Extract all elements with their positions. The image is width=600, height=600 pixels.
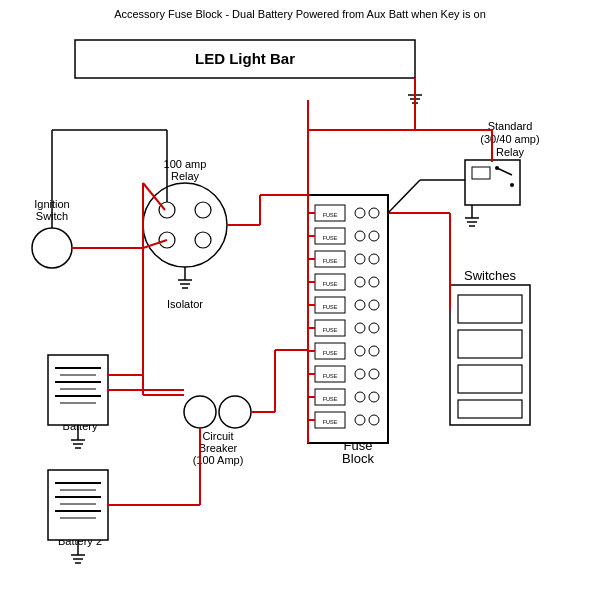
svg-point-58 [355,254,365,264]
svg-point-22 [32,228,72,268]
svg-point-66 [355,300,365,310]
svg-rect-91 [458,365,522,393]
svg-point-17 [195,232,211,248]
isolator-label: Isolator [167,298,203,310]
svg-point-67 [369,300,379,310]
svg-point-8 [510,183,514,187]
svg-rect-89 [458,295,522,323]
svg-point-7 [495,166,499,170]
svg-point-51 [369,208,379,218]
svg-point-86 [355,415,365,425]
svg-point-15 [195,202,211,218]
relay-100amp-label2: Relay [171,170,200,182]
svg-rect-92 [458,400,522,418]
svg-point-55 [369,231,379,241]
standard-relay-label: Standard [488,120,533,132]
svg-point-54 [355,231,365,241]
svg-text:FUSE: FUSE [323,304,338,310]
diagram-canvas: Accessory Fuse Block - Dual Battery Powe… [0,0,600,600]
led-light-bar-label: LED Light Bar [195,50,295,67]
svg-point-62 [355,277,365,287]
svg-text:FUSE: FUSE [323,419,338,425]
svg-rect-5 [472,167,490,179]
fuse-block-label2: Block [342,451,374,466]
svg-text:FUSE: FUSE [323,396,338,402]
svg-point-63 [369,277,379,287]
svg-point-59 [369,254,379,264]
svg-text:FUSE: FUSE [323,327,338,333]
svg-rect-23 [48,355,108,425]
svg-point-83 [369,392,379,402]
svg-point-79 [369,369,379,379]
svg-point-13 [143,183,227,267]
svg-text:FUSE: FUSE [323,373,338,379]
svg-text:FUSE: FUSE [323,258,338,264]
svg-point-50 [355,208,365,218]
standard-relay-label2: (30/40 amp) [480,133,539,145]
svg-point-45 [184,396,216,428]
circuit-breaker-label2: Breaker [199,442,238,454]
svg-rect-90 [458,330,522,358]
standard-relay-label3: Relay [496,146,525,158]
svg-point-82 [355,392,365,402]
svg-line-133 [388,180,420,213]
circuit-breaker-label: Circuit [202,430,233,442]
svg-rect-34 [48,470,108,540]
switches-label: Switches [464,268,517,283]
svg-point-74 [355,346,365,356]
svg-point-70 [355,323,365,333]
svg-text:FUSE: FUSE [323,281,338,287]
svg-text:FUSE: FUSE [323,212,338,218]
svg-point-87 [369,415,379,425]
diagram-title: Accessory Fuse Block - Dual Battery Powe… [114,8,486,20]
svg-text:FUSE: FUSE [323,350,338,356]
svg-text:FUSE: FUSE [323,235,338,241]
svg-point-75 [369,346,379,356]
svg-point-71 [369,323,379,333]
svg-point-46 [219,396,251,428]
relay-100amp-label: 100 amp [164,158,207,170]
svg-point-78 [355,369,365,379]
